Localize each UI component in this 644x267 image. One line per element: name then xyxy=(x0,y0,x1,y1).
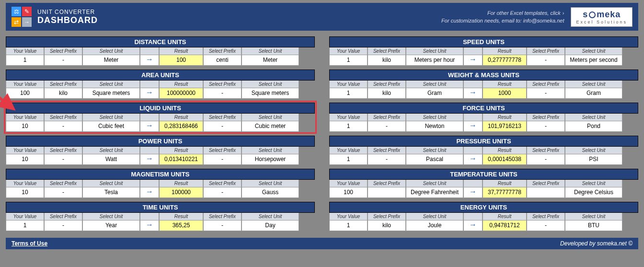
label-unit: Select Unit xyxy=(565,114,622,121)
label-unit: Select Unit xyxy=(406,114,463,121)
result-prefix-select[interactable]: - xyxy=(527,121,565,132)
result-unit-select[interactable]: Meters per second xyxy=(565,55,622,66)
unit-select[interactable]: Pascal xyxy=(406,154,463,165)
result-value: 0,277777778 xyxy=(483,55,527,66)
icon-pencil: ✎ xyxy=(22,7,32,16)
unit-select[interactable]: Gram xyxy=(406,88,463,99)
your-value-input[interactable]: 1 xyxy=(329,154,368,165)
result-prefix-select[interactable]: - xyxy=(203,221,242,231)
result-value: 0,013410221 xyxy=(159,154,203,165)
result-prefix-select[interactable]: - xyxy=(527,221,565,231)
unit-select[interactable]: Meters per hour xyxy=(406,55,463,66)
label-unit: Select Unit xyxy=(242,81,299,88)
label-prefix: Select Prefix xyxy=(527,213,565,221)
your-value-input[interactable]: 100 xyxy=(329,187,368,198)
label-your-value: Your Value xyxy=(6,213,44,221)
your-value-input[interactable]: 100 xyxy=(6,88,44,99)
unit-select[interactable]: Year xyxy=(82,221,140,231)
templates-link-text[interactable]: For other Excel templates, click xyxy=(487,10,561,16)
card-title: PRESSURE UNITS xyxy=(329,136,638,147)
unit-select[interactable]: Square meters xyxy=(82,88,140,99)
result-unit-select[interactable]: Degree Celsius xyxy=(565,187,622,198)
your-value-input[interactable]: 1 xyxy=(6,55,44,66)
result-unit-select[interactable]: Gauss xyxy=(242,187,299,198)
card-title: LIQUID UNITS xyxy=(6,103,315,114)
prefix-select[interactable]: kilo xyxy=(368,88,406,99)
result-prefix-select[interactable]: - xyxy=(527,55,565,66)
your-value-input[interactable]: 1 xyxy=(329,221,368,231)
right-column: SPEED UNITSYour ValueSelect PrefixSelect… xyxy=(329,36,638,231)
label-your-value: Your Value xyxy=(6,180,44,187)
unit-select[interactable]: Watt xyxy=(82,154,140,165)
result-prefix-select[interactable]: - xyxy=(527,88,565,99)
prefix-select[interactable]: - xyxy=(368,154,406,165)
converter-card: LIQUID UNITSYour ValueSelect PrefixSelec… xyxy=(6,103,315,132)
label-result: Result xyxy=(483,47,527,55)
result-prefix-select[interactable]: - xyxy=(527,154,565,165)
result-unit-select[interactable]: BTU xyxy=(565,221,622,231)
result-unit-select[interactable]: Horsepower xyxy=(242,154,299,165)
label-unit: Select Unit xyxy=(82,47,140,55)
result-prefix-select[interactable]: - xyxy=(203,88,242,99)
your-value-input[interactable]: 10 xyxy=(6,154,44,165)
unit-select[interactable]: Tesla xyxy=(82,187,140,198)
unit-select[interactable]: Cubic feet xyxy=(82,121,140,132)
prefix-select[interactable]: - xyxy=(44,154,82,165)
result-value: 101,9716213 xyxy=(483,121,527,132)
your-value-input[interactable]: 10 xyxy=(6,121,44,132)
result-unit-select[interactable]: Pond xyxy=(565,121,622,132)
result-prefix-select[interactable] xyxy=(527,187,565,198)
arrow-right-icon: → xyxy=(140,187,159,198)
converter-card: DISTANCE UNITSYour ValueSelect PrefixSel… xyxy=(6,36,315,66)
result-unit-select[interactable]: Meter xyxy=(242,55,299,66)
label-unit: Select Unit xyxy=(242,47,299,55)
converter-grid: DISTANCE UNITSYour ValueSelect PrefixSel… xyxy=(6,36,638,231)
card-title: SPEED UNITS xyxy=(329,36,638,47)
your-value-input[interactable]: 1 xyxy=(329,121,368,132)
your-value-input[interactable]: 1 xyxy=(6,221,44,231)
card-title: TIME UNITS xyxy=(6,202,315,213)
unit-select[interactable]: Joule xyxy=(406,221,463,231)
prefix-select[interactable]: - xyxy=(44,221,82,231)
label-prefix: Select Prefix xyxy=(527,147,565,154)
terms-of-use-link[interactable]: Terms of Use xyxy=(12,240,47,247)
converter-card: TIME UNITSYour ValueSelect PrefixSelect … xyxy=(6,202,315,231)
result-prefix-select[interactable]: - xyxy=(203,154,242,165)
prefix-select[interactable]: - xyxy=(44,55,82,66)
result-unit-select[interactable]: PSI xyxy=(565,154,622,165)
prefix-select[interactable]: kilo xyxy=(368,221,406,231)
arrow-right-icon: → xyxy=(463,221,483,231)
your-value-input[interactable]: 1 xyxy=(329,88,368,99)
result-unit-select[interactable]: Day xyxy=(242,221,299,231)
label-unit: Select Unit xyxy=(406,180,463,187)
developed-by: Developed by someka.net © xyxy=(560,240,632,247)
result-prefix-select[interactable]: - xyxy=(203,121,242,132)
unit-select[interactable]: Newton xyxy=(406,121,463,132)
prefix-select[interactable]: - xyxy=(368,121,406,132)
label-prefix: Select Prefix xyxy=(368,114,406,121)
prefix-select[interactable]: kilo xyxy=(44,88,82,99)
card-title: POWER UNITS xyxy=(6,136,315,147)
label-spacer xyxy=(463,81,483,88)
unit-select[interactable]: Degree Fahrenheit xyxy=(406,187,463,198)
arrow-right-icon: → xyxy=(140,221,159,231)
prefix-select[interactable]: - xyxy=(44,187,82,198)
result-prefix-select[interactable]: centi xyxy=(203,55,242,66)
result-unit-select[interactable]: Gram xyxy=(565,88,622,99)
prefix-select[interactable]: kilo xyxy=(368,55,406,66)
result-prefix-select[interactable]: - xyxy=(203,187,242,198)
label-result: Result xyxy=(159,180,203,187)
icon-arrow: → xyxy=(22,17,32,27)
converter-card: AREA UNITSYour ValueSelect PrefixSelect … xyxy=(6,70,315,99)
prefix-select[interactable] xyxy=(368,187,406,198)
result-value: 100 xyxy=(159,55,203,66)
prefix-select[interactable]: - xyxy=(44,121,82,132)
result-unit-select[interactable]: Square meters xyxy=(242,88,299,99)
app-header: ⚖ ✎ ⇄ → UNIT CONVERTER DASHBOARD For oth… xyxy=(6,3,638,31)
unit-select[interactable]: Meter xyxy=(82,55,140,66)
result-unit-select[interactable]: Cubic meter xyxy=(242,121,299,132)
brand-logo[interactable]: smeka Excel Solutions xyxy=(571,7,632,27)
label-your-value: Your Value xyxy=(6,47,44,55)
your-value-input[interactable]: 10 xyxy=(6,187,44,198)
your-value-input[interactable]: 1 xyxy=(329,55,368,66)
